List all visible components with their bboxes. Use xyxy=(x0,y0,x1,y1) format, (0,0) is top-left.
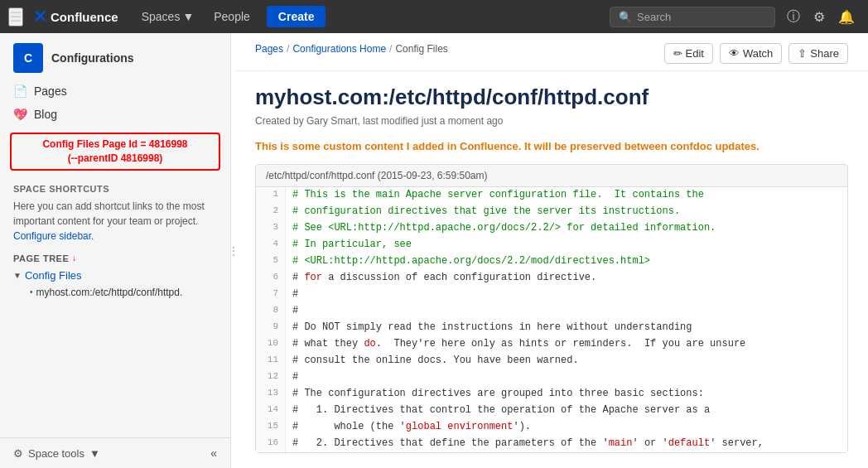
sidebar-footer: ⚙ Space tools ▼ « xyxy=(0,437,230,468)
table-row: 16# 2. Directives that define the parame… xyxy=(256,436,847,452)
table-row: 9# Do NOT simply read the instructions i… xyxy=(256,320,847,336)
logo-text: Confluence xyxy=(51,10,118,24)
table-row: 13# The configuration directives are gro… xyxy=(256,386,847,403)
shortcuts-description: Here you can add shortcut links to the m… xyxy=(13,199,217,244)
line-number: 13 xyxy=(256,386,286,403)
page-tree-root-label: Config Files xyxy=(25,269,82,282)
gear-icon: ⚙ xyxy=(13,447,23,460)
line-number: 14 xyxy=(256,403,286,419)
table-row: 10# what they do. They're here only as h… xyxy=(256,336,847,353)
hamburger-menu-button[interactable]: ☰ xyxy=(8,7,23,27)
content-body: myhost.com:/etc/httpd/conf/httpd.conf Cr… xyxy=(235,71,868,466)
create-button[interactable]: Create xyxy=(267,6,326,27)
line-content: # <URL:http://httpd.apache.org/docs/2.2/… xyxy=(286,253,847,270)
breadcrumb-config-files: Config Files xyxy=(395,43,447,55)
page-actions: ✏ Edit 👁 Watch ⇧ Share xyxy=(664,43,848,64)
chevron-icon: ▼ xyxy=(13,271,22,280)
line-content: # 2. Directives that define the paramete… xyxy=(286,436,847,452)
line-number: 12 xyxy=(256,369,286,386)
line-number: 10 xyxy=(256,336,286,353)
watch-button[interactable]: 👁 Watch xyxy=(720,43,782,64)
spaces-chevron-icon: ▼ xyxy=(182,10,194,23)
content-header: Pages / Configurations Home / Config Fil… xyxy=(235,33,868,71)
people-label: People xyxy=(214,10,250,23)
line-number: 2 xyxy=(256,204,286,220)
help-button[interactable]: ⓘ xyxy=(782,5,805,29)
share-button[interactable]: ⇧ Share xyxy=(788,43,848,64)
page-tree-child-item[interactable]: • myhost.com:/etc/httpd/conf/httpd. xyxy=(13,284,217,298)
space-shortcuts-title: SPACE SHORTCUTS xyxy=(13,184,217,194)
line-number: 3 xyxy=(256,220,286,237)
line-content: # Do NOT simply read the instructions in… xyxy=(286,320,847,336)
annotation-line2: (--parentID 4816998) xyxy=(18,152,212,166)
table-row: 12# xyxy=(256,369,847,386)
line-content: # This is the main Apache server configu… xyxy=(286,187,847,204)
bullet-icon: • xyxy=(30,287,33,297)
spaces-nav-button[interactable]: Spaces ▼ xyxy=(135,7,201,27)
line-number: 5 xyxy=(256,253,286,270)
line-number: 6 xyxy=(256,270,286,287)
people-nav-button[interactable]: People xyxy=(207,7,257,27)
custom-content-notice: This is some custom content I added in C… xyxy=(255,140,848,152)
table-row: 3# See <URL:http://httpd.apache.org/docs… xyxy=(256,220,847,237)
eye-icon: 👁 xyxy=(729,47,740,60)
line-number: 9 xyxy=(256,320,286,336)
configure-sidebar-link[interactable]: Configure sidebar. xyxy=(13,230,94,242)
search-placeholder: Search xyxy=(637,11,671,23)
breadcrumb: Pages / Configurations Home / Config Fil… xyxy=(255,43,448,55)
collapse-sidebar-button[interactable]: « xyxy=(210,446,217,460)
line-content: # xyxy=(286,287,847,303)
breadcrumb-configurations-home[interactable]: Configurations Home xyxy=(292,43,386,55)
line-content: # configuration directives that give the… xyxy=(286,204,847,220)
space-tools-label: Space tools xyxy=(28,447,84,460)
edit-button[interactable]: ✏ Edit xyxy=(664,43,713,64)
page-title: myhost.com:/etc/httpd/conf/httpd.conf xyxy=(255,84,848,110)
table-row: 14# 1. Directives that control the opera… xyxy=(256,403,847,419)
spaces-label: Spaces xyxy=(142,10,181,23)
line-number: 15 xyxy=(256,419,286,436)
breadcrumb-pages[interactable]: Pages xyxy=(255,43,283,55)
line-content: # what they do. They're here only as hin… xyxy=(286,336,847,353)
share-icon: ⇧ xyxy=(798,47,807,60)
table-row: 4# In particular, see xyxy=(256,237,847,253)
page-tree-child-label: myhost.com:/etc/httpd/conf/httpd. xyxy=(36,287,183,298)
line-number: 4 xyxy=(256,237,286,253)
pages-icon: 📄 xyxy=(13,84,27,98)
line-content: # 1. Directives that control the operati… xyxy=(286,403,847,419)
table-row: 15# whole (the 'global environment'). xyxy=(256,419,847,436)
blog-label: Blog xyxy=(34,108,57,121)
edit-icon: ✏ xyxy=(673,47,682,60)
notifications-button[interactable]: 🔔 xyxy=(833,6,860,28)
sidebar: C Configurations 📄 Pages 💖 Blog Config F… xyxy=(0,33,231,468)
table-row: 6# for a discussion of each configuratio… xyxy=(256,270,847,287)
page-tree-section: PAGE TREE ↓ ▼ Config Files • myhost.com:… xyxy=(0,247,230,305)
line-content: # consult the online docs. You have been… xyxy=(286,353,847,369)
main-layout: C Configurations 📄 Pages 💖 Blog Config F… xyxy=(0,33,868,468)
page-tree-arrow-icon: ↓ xyxy=(72,253,77,263)
code-body: 1# This is the main Apache server config… xyxy=(256,187,847,452)
line-content: # See <URL:http://httpd.apache.org/docs/… xyxy=(286,220,847,237)
sidebar-nav: 📄 Pages 💖 Blog xyxy=(0,80,230,126)
sidebar-item-blog[interactable]: 💖 Blog xyxy=(7,103,224,126)
space-tools-button[interactable]: ⚙ Space tools ▼ xyxy=(13,447,100,460)
confluence-logo: ✕ Confluence xyxy=(33,7,118,27)
space-avatar: C xyxy=(13,43,43,73)
sidebar-item-pages[interactable]: 📄 Pages xyxy=(7,80,224,103)
line-number: 8 xyxy=(256,303,286,320)
line-number: 11 xyxy=(256,353,286,369)
search-box[interactable]: 🔍 Search xyxy=(610,7,775,27)
code-block: /etc/httpd/conf/httpd.conf (2015-09-23, … xyxy=(255,164,848,453)
blog-icon: 💖 xyxy=(13,108,27,121)
breadcrumb-sep2: / xyxy=(389,43,392,55)
page-tree-title: PAGE TREE ↓ xyxy=(13,253,217,263)
table-row: 5# <URL:http://httpd.apache.org/docs/2.2… xyxy=(256,253,847,270)
search-icon: 🔍 xyxy=(619,11,632,23)
table-row: 7# xyxy=(256,287,847,303)
annotation-line1: Config Files Page Id = 4816998 xyxy=(18,138,212,152)
line-content: # xyxy=(286,303,847,320)
settings-button[interactable]: ⚙ xyxy=(808,6,830,28)
space-shortcuts-section: SPACE SHORTCUTS Here you can add shortcu… xyxy=(0,177,230,247)
page-tree-item-config-files[interactable]: ▼ Config Files xyxy=(13,267,217,284)
line-content: # xyxy=(286,369,847,386)
sidebar-header: C Configurations xyxy=(0,33,230,80)
